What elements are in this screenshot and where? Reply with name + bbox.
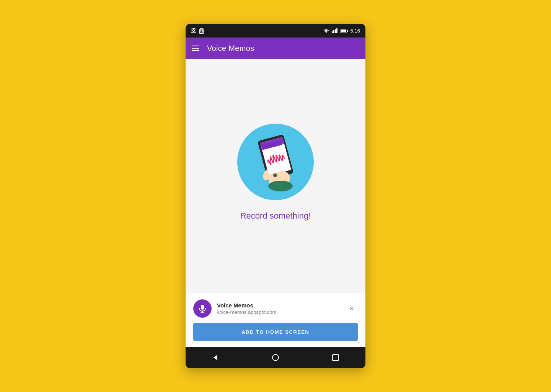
svg-rect-27 bbox=[201, 305, 204, 310]
svg-rect-0 bbox=[191, 29, 196, 33]
microphone-icon bbox=[197, 304, 207, 314]
banner-close-button[interactable]: × bbox=[346, 302, 358, 315]
svg-rect-7 bbox=[333, 30, 334, 33]
nav-home-button[interactable] bbox=[268, 350, 283, 365]
app-bar: Voice Memos bbox=[186, 38, 365, 59]
nav-recents-button[interactable] bbox=[328, 350, 343, 365]
svg-rect-12 bbox=[341, 29, 346, 32]
hamburger-menu-icon[interactable] bbox=[192, 46, 199, 51]
svg-rect-4 bbox=[201, 30, 203, 32]
svg-rect-11 bbox=[347, 30, 348, 32]
nav-back-button[interactable] bbox=[208, 350, 223, 365]
status-icons-right: 5:16 bbox=[323, 28, 360, 34]
sim-icon bbox=[199, 28, 204, 34]
wifi-icon bbox=[323, 28, 329, 33]
app-bar-title: Voice Memos bbox=[207, 44, 254, 53]
main-content: Record something! bbox=[186, 59, 365, 293]
status-time: 5:16 bbox=[350, 28, 360, 34]
phone-frame: 5:16 Voice Memos bbox=[186, 24, 365, 368]
app-icon-circle bbox=[193, 299, 212, 318]
svg-rect-9 bbox=[336, 28, 337, 33]
banner-info: Voice Memos voice-memos.appspot.com bbox=[217, 302, 340, 315]
record-prompt: Record something! bbox=[240, 211, 311, 221]
add-to-home-screen-button[interactable]: ADD TO HOME SCREEN bbox=[193, 323, 358, 341]
battery-icon bbox=[340, 29, 348, 33]
back-icon bbox=[212, 354, 219, 361]
svg-point-23 bbox=[268, 181, 293, 191]
svg-point-1 bbox=[193, 30, 195, 32]
svg-rect-2 bbox=[192, 28, 195, 29]
banner-url: voice-memos.appspot.com bbox=[217, 309, 340, 315]
add-to-home-banner: Voice Memos voice-memos.appspot.com × AD… bbox=[186, 293, 365, 347]
svg-point-5 bbox=[326, 32, 326, 33]
photo-icon bbox=[191, 28, 196, 33]
svg-rect-6 bbox=[332, 31, 333, 33]
hand-phone-illustration bbox=[247, 129, 304, 194]
signal-icon bbox=[332, 28, 337, 33]
nav-bar bbox=[186, 347, 365, 368]
status-bar: 5:16 bbox=[186, 24, 365, 38]
svg-point-31 bbox=[272, 354, 279, 361]
banner-app-name: Voice Memos bbox=[217, 302, 340, 309]
svg-rect-8 bbox=[335, 29, 336, 33]
recents-icon bbox=[332, 354, 339, 361]
illustration-circle bbox=[237, 124, 314, 200]
banner-top: Voice Memos voice-memos.appspot.com × bbox=[193, 299, 358, 318]
svg-rect-32 bbox=[333, 354, 339, 361]
home-icon bbox=[272, 354, 279, 361]
svg-marker-30 bbox=[214, 355, 217, 360]
status-icons-left bbox=[191, 28, 204, 34]
